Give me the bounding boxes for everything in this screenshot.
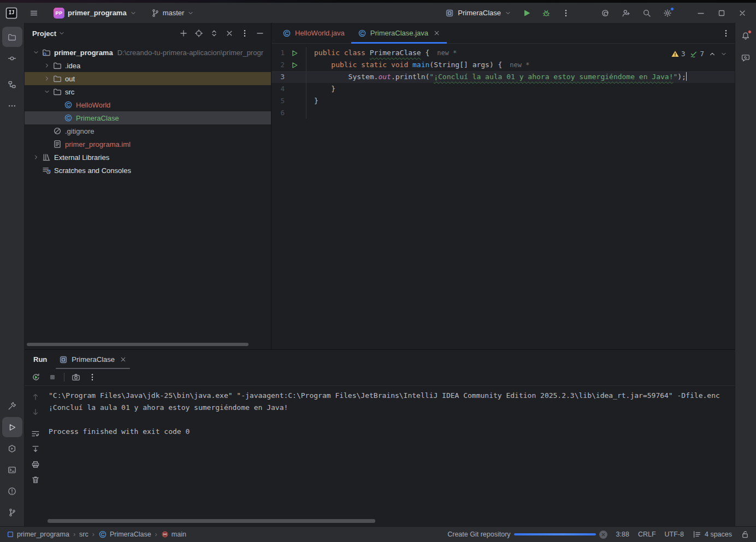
run-line-icon[interactable] <box>288 50 301 57</box>
collapse-all-button[interactable] <box>223 27 236 40</box>
run-line-icon[interactable] <box>288 62 301 69</box>
breadcrumb-item-src[interactable]: src <box>79 531 88 538</box>
search-everywhere-button[interactable] <box>638 5 655 21</box>
tool-problems-button[interactable] <box>2 481 22 501</box>
stop-button[interactable] <box>45 371 60 384</box>
main-menu-button[interactable] <box>25 5 43 21</box>
editor-tab-primeraclase-java[interactable]: PrimeraClase.java <box>351 23 447 43</box>
panel-options-button[interactable] <box>238 27 251 40</box>
readonly-toggle[interactable] <box>741 530 749 539</box>
tree-item-out[interactable]: out <box>25 72 271 85</box>
tool-commit-button[interactable] <box>2 48 22 68</box>
caret-position-widget[interactable]: 3:88 <box>616 531 629 538</box>
notifications-button[interactable] <box>737 27 754 45</box>
module-icon <box>7 531 14 538</box>
project-widget[interactable]: PP primer_programa <box>50 6 140 20</box>
next-problem-icon[interactable] <box>720 51 727 57</box>
tree-item-primer-programa[interactable]: primer_programaD:\creando-tu-primera-apl… <box>25 46 271 59</box>
settings-button[interactable] <box>659 5 676 21</box>
collapse-all-icon <box>225 29 234 38</box>
hide-panel-button[interactable] <box>253 27 267 40</box>
code-editor[interactable]: 1public class PrimeraClase { new *2 publ… <box>271 44 735 349</box>
inspections-widget[interactable]: 3 7 <box>671 48 727 60</box>
print-button[interactable] <box>28 458 43 471</box>
breadcrumb-item-primeraclase[interactable]: PrimeraClase <box>98 530 151 539</box>
debug-button[interactable] <box>538 5 555 21</box>
typos-indicator[interactable]: 7 <box>689 48 704 60</box>
more-tool-windows-button[interactable] <box>2 96 22 116</box>
project-horizontal-scrollbar[interactable] <box>27 343 249 346</box>
expand-all-button[interactable] <box>208 27 221 40</box>
close-tab-button[interactable] <box>433 29 440 37</box>
tree-item-primer-programa-iml[interactable]: primer_programa.iml <box>25 138 271 151</box>
breadcrumb-item-main[interactable]: main <box>161 531 186 538</box>
activity-bar <box>0 23 25 526</box>
breadcrumb-separator: › <box>73 531 75 538</box>
breadcrumb-item-primer-programa[interactable]: primer_programa <box>7 531 69 538</box>
vcs-branch-widget[interactable]: master <box>147 7 198 19</box>
minimize-button[interactable] <box>690 5 711 21</box>
line-ending-widget[interactable]: CRLF <box>638 531 656 538</box>
previous-problem-icon[interactable] <box>708 50 716 58</box>
close-run-tab-button[interactable] <box>120 356 127 363</box>
code-line-4[interactable]: 4 } <box>271 83 735 95</box>
clear-console-button[interactable] <box>28 473 43 486</box>
scroll-to-end-button[interactable] <box>28 443 43 456</box>
class-icon <box>282 29 291 38</box>
run-tab-primeraclase[interactable]: PrimeraClase <box>56 350 130 369</box>
run-panel-title[interactable]: Run <box>33 355 47 364</box>
code-line-2[interactable]: 2 public static void main(String[] args)… <box>271 59 735 71</box>
console-horizontal-scrollbar[interactable] <box>48 519 375 523</box>
tree-chevron[interactable] <box>42 88 52 95</box>
code-with-me-button[interactable] <box>617 5 635 21</box>
next-occurrence-button[interactable] <box>28 406 43 419</box>
more-run-options-button[interactable] <box>557 5 575 21</box>
tree-item-external-libraries[interactable]: External Libraries <box>25 151 271 164</box>
tool-services-button[interactable] <box>2 438 22 458</box>
tree-item-idea[interactable]: .idea <box>25 59 271 72</box>
maximize-button[interactable] <box>711 5 732 21</box>
run-configuration-selector[interactable]: PrimeraClase <box>441 7 516 20</box>
tree-item-gitignore[interactable]: .gitignore <box>25 124 271 138</box>
tab-options-button[interactable] <box>717 23 735 43</box>
project-panel-title[interactable]: Project <box>32 29 56 38</box>
tool-project-button[interactable] <box>2 27 22 47</box>
rerun-button[interactable] <box>29 371 43 384</box>
ai-chat-button[interactable] <box>737 49 754 67</box>
tree-chevron[interactable] <box>31 154 41 160</box>
tree-item-primeraclase[interactable]: PrimeraClase <box>25 111 271 124</box>
console-options-button[interactable] <box>85 371 99 384</box>
locate-file-button[interactable] <box>192 27 205 40</box>
tool-git-button[interactable] <box>2 502 22 522</box>
prev-occurrence-button[interactable] <box>28 390 43 403</box>
snapshot-button[interactable] <box>69 371 83 384</box>
cancel-progress-button[interactable] <box>599 531 607 539</box>
editor-tab-helloworld-java[interactable]: HelloWorld.java <box>276 23 351 43</box>
ai-assistant-button[interactable] <box>596 5 614 21</box>
tree-item-scratches-and-consoles[interactable]: Scratches and Consoles <box>25 164 271 177</box>
code-line-3[interactable]: 3 System.out.println("¡Concluí la aula 0… <box>271 71 735 83</box>
tool-run-button[interactable] <box>2 417 22 437</box>
tool-structure-button[interactable] <box>2 74 22 94</box>
tool-terminal-button[interactable] <box>2 460 22 480</box>
code-line-1[interactable]: 1public class PrimeraClase { new * <box>271 47 735 59</box>
tree-chevron[interactable] <box>31 49 41 56</box>
tree-item-helloworld[interactable]: HelloWorld <box>25 98 271 111</box>
code-line-5[interactable]: 5} <box>271 95 735 107</box>
run-toolbar <box>25 369 735 386</box>
token-pl <box>408 61 412 69</box>
encoding-widget[interactable]: UTF-8 <box>665 531 684 538</box>
tree-item-src[interactable]: src <box>25 85 271 98</box>
tree-chevron[interactable] <box>42 62 52 69</box>
tree-item-label: out <box>65 75 75 83</box>
close-button[interactable] <box>732 5 753 21</box>
indent-widget[interactable]: 4 spaces <box>693 530 732 539</box>
warnings-indicator[interactable]: 3 <box>671 48 686 60</box>
tool-build-button[interactable] <box>2 396 22 416</box>
add-button[interactable] <box>177 27 190 40</box>
tree-chevron[interactable] <box>42 75 52 82</box>
code-line-6[interactable]: 6 <box>271 107 735 119</box>
console-output[interactable]: "C:\Program Files\Java\jdk-25\bin\java.e… <box>46 386 735 526</box>
soft-wrap-button[interactable] <box>28 427 43 440</box>
run-button[interactable] <box>518 5 535 21</box>
